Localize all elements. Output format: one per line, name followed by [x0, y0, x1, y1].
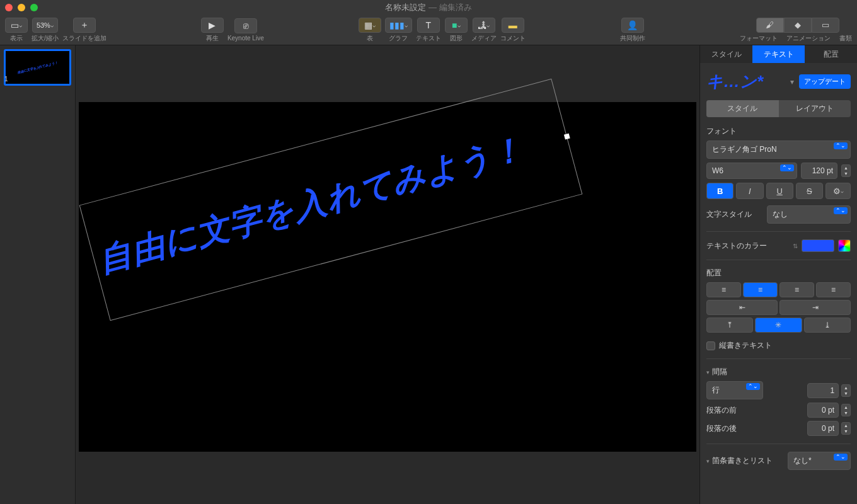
advanced-font-button[interactable]: ⚙⌵: [825, 183, 851, 199]
tab-style[interactable]: スタイル: [700, 45, 752, 63]
indent-decrease-button[interactable]: ⇤: [706, 300, 778, 315]
chevron-updown-icon[interactable]: ⇅: [793, 243, 798, 249]
align-right-icon: ≡: [795, 285, 799, 294]
valign-bottom-button[interactable]: ⤓: [804, 318, 851, 333]
seg-layout[interactable]: レイアウト: [779, 100, 851, 117]
strikethrough-button[interactable]: S: [796, 183, 823, 199]
valign-middle-button[interactable]: ✳: [755, 318, 802, 333]
tab-text[interactable]: テキスト: [752, 45, 805, 63]
text-button[interactable]: T: [417, 18, 440, 33]
inspector-panel: スタイル テキスト 配置 キ…ン* ▾ アップデート スタイル レイアウト フォ…: [699, 45, 857, 504]
thumbnail-text: 自由に文字を入れてみよう！: [17, 60, 58, 74]
bold-button[interactable]: B: [706, 183, 733, 199]
document-icon: ▭: [822, 20, 829, 30]
play-button[interactable]: ▶: [201, 18, 224, 33]
slide-navigator: 1 自由に文字を入れてみよう！: [0, 45, 76, 504]
comment-button[interactable]: ▬: [502, 18, 524, 33]
minimize-button[interactable]: [18, 4, 25, 11]
update-style-button[interactable]: アップデート: [799, 74, 851, 89]
align-left-button[interactable]: ≡: [706, 282, 741, 297]
text-color-label: テキストのカラー: [706, 241, 789, 251]
document-button[interactable]: ▭: [812, 18, 839, 33]
view-label: 表示: [10, 34, 23, 43]
font-weight-select[interactable]: W6: [706, 163, 797, 179]
format-button[interactable]: 🖌: [756, 18, 784, 33]
chevron-up-icon[interactable]: ▲: [842, 165, 850, 171]
align-right-button[interactable]: ≡: [779, 282, 814, 297]
space-after-label: 段落の後: [706, 423, 737, 434]
media-button[interactable]: 🏞: [473, 18, 495, 33]
space-before-label: 段落の前: [706, 405, 737, 416]
vertical-text-checkbox[interactable]: [706, 341, 715, 350]
bullets-disclosure[interactable]: 箇条書きとリスト: [706, 455, 773, 466]
text-icon: T: [426, 20, 432, 30]
bullets-select[interactable]: なし*: [788, 452, 851, 470]
char-style-select[interactable]: なし: [767, 205, 851, 224]
inspector-body: キ…ン* ▾ アップデート スタイル レイアウト フォント ヒラギノ角ゴ Pro…: [700, 63, 857, 504]
text-box[interactable]: 自由に文字を入れてみよう！: [94, 117, 568, 283]
spacing-disclosure[interactable]: 間隔: [706, 367, 851, 377]
space-before-stepper[interactable]: ▲▼: [841, 404, 851, 416]
slide-number: 1: [4, 76, 8, 83]
italic-button[interactable]: I: [736, 183, 763, 199]
brush-icon: 🖌: [766, 20, 774, 30]
line-spacing-value[interactable]: 1: [807, 383, 839, 398]
slide-canvas[interactable]: 自由に文字を入れてみよう！: [79, 102, 696, 452]
font-size-stepper[interactable]: ▲▼: [841, 164, 851, 177]
indent-increase-button[interactable]: ⇥: [779, 300, 851, 315]
maximize-button[interactable]: [30, 4, 38, 11]
shape-button[interactable]: ■: [445, 18, 468, 33]
window-controls: [5, 4, 38, 11]
paragraph-style-name[interactable]: キ…ン*: [706, 71, 785, 93]
indent-icon: ⇥: [812, 303, 819, 312]
seg-style[interactable]: スタイル: [706, 100, 779, 117]
line-spacing-stepper[interactable]: ▲▼: [841, 384, 851, 397]
main-area: 1 自由に文字を入れてみよう！ 自由に文字を入れてみよう！ スタイル テキスト …: [0, 45, 857, 504]
chart-button[interactable]: ▮▮▮: [385, 18, 412, 33]
shape-icon: ■: [452, 20, 457, 30]
valign-top-button[interactable]: ⤒: [706, 318, 753, 333]
add-slide-label: スライドを追加: [62, 34, 106, 43]
vertical-text-label: 縦書きテキスト: [719, 340, 772, 351]
window-title: 名称未設定 — 編集済み: [385, 2, 471, 13]
add-slide-button[interactable]: ＋: [73, 18, 96, 33]
text-color-swatch[interactable]: [802, 239, 834, 252]
align-left-icon: ≡: [722, 285, 726, 294]
gear-icon: ⚙: [833, 186, 841, 196]
animate-button[interactable]: ◆: [784, 18, 812, 33]
tab-arrange[interactable]: 配置: [805, 45, 857, 63]
zoom-button[interactable]: 53%: [32, 18, 58, 33]
space-after-value[interactable]: 0 pt: [807, 421, 839, 436]
edited-indicator: — 編集済み: [428, 3, 472, 12]
color-picker-button[interactable]: [838, 239, 851, 252]
chevron-down-icon[interactable]: ▼: [842, 171, 850, 176]
collaborate-button[interactable]: 👤: [621, 18, 644, 33]
align-justify-button[interactable]: ≡: [816, 282, 851, 297]
play-label: 再生: [206, 34, 219, 43]
outdent-icon: ⇤: [739, 303, 745, 312]
slide-thumbnail[interactable]: 1 自由に文字を入れてみよう！: [4, 49, 71, 86]
chevron-down-icon[interactable]: ▾: [790, 77, 794, 86]
underline-button[interactable]: U: [766, 183, 793, 199]
view-button[interactable]: ▭: [5, 18, 28, 33]
align-center-button[interactable]: ≡: [743, 282, 778, 297]
canvas-area: 自由に文字を入れてみよう！: [76, 45, 699, 504]
plus-icon: ＋: [80, 20, 89, 31]
keynote-live-button[interactable]: ⎚: [234, 18, 257, 33]
space-before-value[interactable]: 0 pt: [807, 403, 839, 418]
person-icon: 👤: [627, 20, 638, 30]
close-button[interactable]: [5, 4, 13, 11]
align-justify-icon: ≡: [831, 285, 836, 294]
present-icon: ⎚: [243, 21, 248, 31]
space-after-stepper[interactable]: ▲▼: [841, 422, 851, 435]
table-icon: ▦: [364, 20, 372, 30]
diamond-icon: ◆: [795, 20, 801, 30]
titlebar: 名称未設定 — 編集済み: [0, 0, 857, 15]
resize-handle-right[interactable]: [564, 134, 570, 140]
line-spacing-select[interactable]: 行: [706, 381, 763, 399]
font-size-input[interactable]: 120 pt: [801, 163, 837, 179]
table-button[interactable]: ▦: [359, 18, 381, 33]
char-style-label: 文字スタイル: [706, 209, 763, 220]
font-family-select[interactable]: ヒラギノ角ゴ ProN: [706, 140, 851, 159]
valign-middle-icon: ✳: [775, 321, 781, 329]
